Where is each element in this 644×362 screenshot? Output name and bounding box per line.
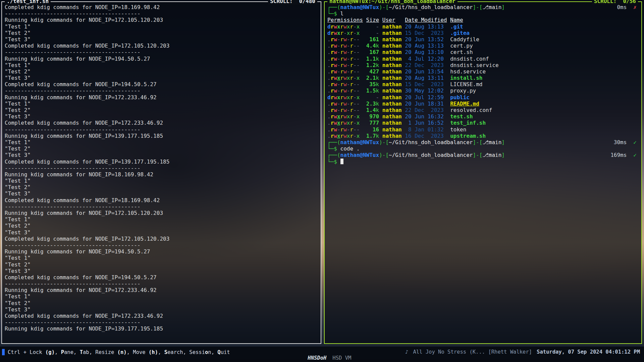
terminal-line: ----------------------------------------… [5,319,318,325]
terminal-line: Running kdig commands for NODE_IP=139.17… [5,325,318,332]
terminal-line: Completed kdig commands for NODE_IP=18.1… [5,4,318,10]
terminal-line: Permissions Size User Date Modified Name [327,17,639,23]
terminal-line: "Test 3" [5,229,318,236]
terminal-line: "Test 3" [5,190,318,197]
terminal-line: "Test 3" [5,75,318,81]
file-row: .rw-rw-r-- 4.4k nathan 20 Aug 13:13 cert… [327,43,639,49]
file-row: .rw-rw-r-- 1.1k nathan 4 Jul 12:20 dnsdi… [327,56,639,62]
session-name: HNSDoH [308,355,326,361]
file-row: .rw-rw-r-- 1.2k nathan 22 Dec 2023 dnsdi… [327,62,639,68]
file-row: .rw-rw-r-- 35k nathan 15 Dec 2023 LICENS… [327,81,639,87]
file-row: .rwxrwxr-x 970 nathan 20 Jun 16:32 test.… [327,113,639,120]
terminal-line: "Test 2" [5,30,318,36]
terminal-line: └─$ [327,159,639,165]
file-row: .rwxrwxr-x 1.7k nathan 16 Dec 2023 upstr… [327,133,639,139]
terminal-line: "Test 2" [5,223,318,229]
file-row: drwxrwxr-x - nathan 20 Jul 12:59 public [327,94,639,101]
terminal-line: "Test 1" [5,216,318,223]
terminal-line: Completed kdig commands for NODE_IP=172.… [5,120,318,126]
terminal-line: "Test 3" [5,268,318,274]
terminal-line: Completed kdig commands for NODE_IP=18.1… [5,197,318,203]
terminal-line: Completed kdig commands for NODE_IP=172.… [5,236,318,242]
terminal-line: ┌──(nathan@NWTux)-[~/Git/hns_doh_loadbal… [327,139,639,145]
file-row: .rw-rw-r-- 427 nathan 20 Jun 13:54 hsd.s… [327,68,639,75]
terminal-line: Completed kdig commands for NODE_IP=172.… [5,43,318,49]
terminal-line: Running kdig commands for NODE_IP=172.23… [5,287,318,293]
keybinding-hints: Ctrl + Lock (g), Pane, Tab, Resize (n), … [2,349,230,355]
pane-shell[interactable]: nathan@NWTux:~/Git/hns_doh_loadbalancer … [324,1,642,344]
terminal-line: ----------------------------------------… [5,126,318,133]
terminal-line: ----------------------------------------… [5,242,318,248]
command-duration-status: 30ms✓ [614,139,637,145]
left-pane-content: Completed kdig commands for NODE_IP=18.1… [2,2,321,343]
terminal-line: "Test 3" [5,113,318,120]
file-row: .rw-rw-r-- 2.3k nathan 20 Jun 18:31 READ… [327,101,639,107]
shell-block-1: ┌──(nathan@NWTux)-[~/Git/hns_doh_loadbal… [327,139,639,152]
terminal-line: ----------------------------------------… [5,165,318,171]
terminal-line: └─$ l [327,10,639,17]
terminal-line: "Test 1" [5,178,318,184]
terminal-line: Completed kdig commands for NODE_IP=194.… [5,81,318,87]
session-info: HNSDoHHSD VM [295,349,351,362]
terminal-line: "Test 2" [5,184,318,190]
file-row: drwxrwxr-x - nathan 20 Aug 13:13 .git [327,23,639,30]
terminal-line: Running kdig commands for NODE_IP=172.10… [5,210,318,216]
terminal-line: "Test 2" [5,145,318,152]
terminal-line: Running kdig commands for NODE_IP=172.10… [5,17,318,23]
terminal-line: "Test 1" [5,139,318,145]
terminal-line: "Test 3" [5,36,318,43]
status-right: ♪ All Joy No Stress (K... [Rhett Walker]… [405,349,640,355]
file-row: .rwxrwxr-x 777 nathan 1 Jun 16:52 test_i… [327,120,639,126]
status-bar: Ctrl + Lock (g), Pane, Tab, Resize (n), … [0,347,644,362]
terminal-line: "Test 2" [5,300,318,306]
file-listing: Permissions Size User Date Modified Name… [327,17,639,139]
command-duration-status: 0ms✗ [617,4,637,10]
file-row: .rw-rw-r-- 167 nathan 20 Aug 13:10 cert.… [327,49,639,55]
terminal-line: ----------------------------------------… [5,87,318,94]
terminal-line: Running kdig commands for NODE_IP=194.50… [5,56,318,62]
mode-indicator-block [2,349,5,355]
file-row: drwxr-xr-x - nathan 15 Dec 2023 .gitea [327,30,639,36]
file-row: .rw-rw-r-- 161 nathan 20 Jun 13:52 Caddy… [327,36,639,43]
terminal-line: Completed kdig commands for NODE_IP=172.… [5,313,318,319]
terminal-line: ┌──(nathan@NWTux)-[~/Git/hns_doh_loadbal… [327,152,639,158]
host-label: HSD VM [332,355,351,361]
terminal-line: "Test 2" [5,107,318,113]
terminal-line: Completed kdig commands for NODE_IP=139.… [5,159,318,165]
shell-block-2: ┌──(nathan@NWTux)-[~/Git/hns_doh_loadbal… [327,152,639,165]
right-pane-content: ┌──(nathan@NWTux)-[~/Git/hns_doh_loadbal… [325,2,641,343]
terminal-line: Running kdig commands for NODE_IP=139.17… [5,133,318,139]
command-duration-status: 169ms✓ [610,152,637,158]
file-row: .rwxrwxr-x 2.1k nathan 20 Aug 13:11 inst… [327,75,639,81]
terminal-line: Completed kdig commands for NODE_IP=194.… [5,274,318,281]
terminal-line: Running kdig commands for NODE_IP=18.169… [5,171,318,178]
pane-test-script[interactable]: ./test_inf.sh SCROLL: 0/480 Completed kd… [1,1,321,344]
terminal-cursor [340,159,343,164]
terminal-line: "Test 3" [5,306,318,313]
now-playing: All Joy No Stress (K... [Rhett Walker] [413,349,532,355]
terminal-line: "Test 1" [5,293,318,300]
keybinding-text: Ctrl + Lock (g), Pane, Tab, Resize (n), … [8,349,230,355]
terminal-line: "Test 3" [5,152,318,158]
terminal-line: ----------------------------------------… [5,49,318,55]
terminal-line: "Test 1" [5,62,318,68]
terminal-line: ----------------------------------------… [5,203,318,210]
terminal-line: ----------------------------------------… [5,281,318,287]
terminal-line: "Test 1" [5,255,318,261]
terminal-line: "Test 2" [5,261,318,268]
music-icon: ♪ [405,349,408,355]
terminal-line: Running kdig commands for NODE_IP=172.23… [5,94,318,101]
shell-block-0: ┌──(nathan@NWTux)-[~/Git/hns_doh_loadbal… [327,4,639,17]
terminal-line: "Test 2" [5,68,318,75]
file-row: .rw-rw-r-- 16 nathan 8 Jan 01:32 token [327,126,639,133]
terminal-line: "Test 1" [5,23,318,30]
terminal-line: "Test 1" [5,101,318,107]
terminal-line: ┌──(nathan@NWTux)-[~/Git/hns_doh_loadbal… [327,4,639,10]
terminal-line: └─$ code . [327,145,639,152]
terminal-line: ----------------------------------------… [5,10,318,17]
clock: Saturday, 07 Sep 2024 04:01:12 PM [537,349,640,355]
file-row: .rw-rw-r-- 1.5k nathan 30 May 12:02 prox… [327,87,639,94]
file-row: .rw-rw-r-- 1.4k nathan 22 Dec 2023 resol… [327,107,639,113]
terminal-line: Running kdig commands for NODE_IP=194.50… [5,248,318,255]
